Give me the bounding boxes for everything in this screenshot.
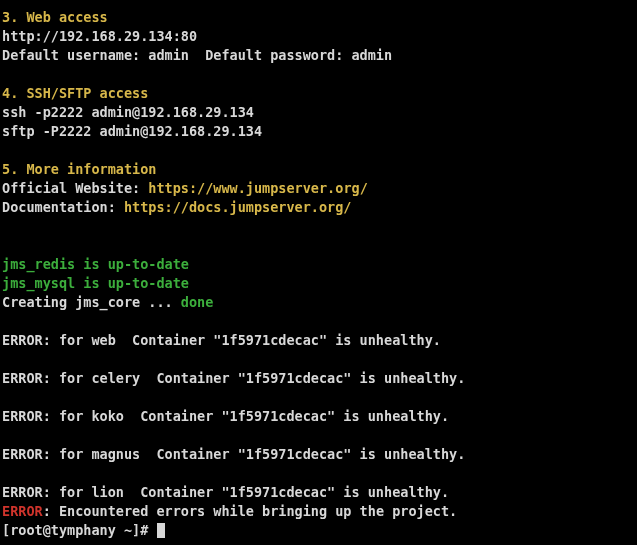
compose-status-mysql: jms_mysql is up-to-date xyxy=(2,275,189,291)
error-koko: ERROR: for koko Container "1f5971cdecac"… xyxy=(2,408,449,424)
cursor-icon xyxy=(157,523,165,538)
error-lion: ERROR: for lion Container "1f5971cdecac"… xyxy=(2,484,449,500)
official-website-label: Official Website: xyxy=(2,180,148,196)
official-website-url: https://www.jumpserver.org/ xyxy=(148,180,367,196)
error-magnus: ERROR: for magnus Container "1f5971cdeca… xyxy=(2,446,465,462)
compose-status-core-done: done xyxy=(181,294,214,310)
section-header-web: 3. Web access xyxy=(2,9,108,25)
error-celery: ERROR: for celery Container "1f5971cdeca… xyxy=(2,370,465,386)
error-web: ERROR: for web Container "1f5971cdecac" … xyxy=(2,332,441,348)
section-header-ssh: 4. SSH/SFTP access xyxy=(2,85,148,101)
shell-prompt[interactable]: [root@tymphany ~]# xyxy=(2,522,156,538)
ssh-command: ssh -p2222 admin@192.168.29.134 xyxy=(2,104,254,120)
compose-status-core: Creating jms_core ... xyxy=(2,294,181,310)
web-url: http://192.168.29.134:80 xyxy=(2,28,197,44)
compose-status-redis: jms_redis is up-to-date xyxy=(2,256,189,272)
web-credentials: Default username: admin Default password… xyxy=(2,47,392,63)
documentation-label: Documentation: xyxy=(2,199,124,215)
section-header-info: 5. More information xyxy=(2,161,156,177)
sftp-command: sftp -P2222 admin@192.168.29.134 xyxy=(2,123,262,139)
documentation-url: https://docs.jumpserver.org/ xyxy=(124,199,352,215)
terminal-output[interactable]: 3. Web access http://192.168.29.134:80 D… xyxy=(0,0,637,540)
final-error-tag: ERROR xyxy=(2,503,43,519)
final-error-message: : Encountered errors while bringing up t… xyxy=(43,503,458,519)
